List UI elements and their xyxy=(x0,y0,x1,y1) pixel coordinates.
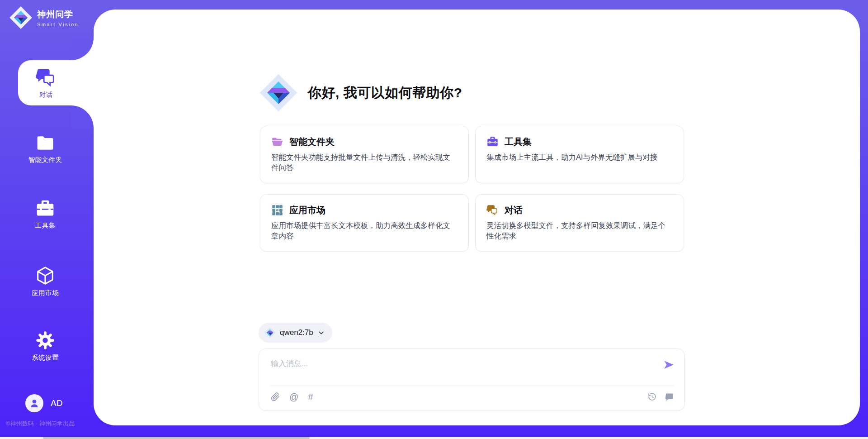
card-toolset[interactable]: 工具集 集成市场上主流工具，助力AI与外界无缝扩展与对接 xyxy=(475,126,684,183)
user-initials: AD xyxy=(51,398,62,408)
user-account[interactable]: AD xyxy=(25,394,62,412)
app-root: { "brand": { "name": "神州问学", "subtitle":… xyxy=(0,0,868,439)
copyright-text: ©神州数码 · 神州问学出品 xyxy=(6,420,75,428)
send-icon xyxy=(663,359,675,371)
card-app-market[interactable]: 应用市场 应用市场提供丰富长文本模板，助力高效生成多样化文章内容 xyxy=(260,194,469,252)
card-description: 智能文件夹功能支持批量文件上传与清洗，轻松实现文件问答 xyxy=(271,152,458,173)
main-panel: 你好, 我可以如何帮助你? 智能文件夹 智能文件夹功能支持批量文件上传与清洗，轻… xyxy=(94,10,860,425)
brand-diamond-icon xyxy=(9,6,33,29)
paperclip-icon xyxy=(271,392,280,402)
sidebar-item-label: 系统设置 xyxy=(32,353,59,362)
sidebar-item-toolset[interactable]: 工具集 xyxy=(0,199,90,230)
send-button[interactable] xyxy=(662,358,675,372)
card-title: 工具集 xyxy=(505,136,532,148)
model-selector[interactable]: qwen2:7b xyxy=(259,323,332,343)
attach-file-button[interactable] xyxy=(271,392,280,402)
toolbox-icon xyxy=(35,199,56,219)
card-title: 应用市场 xyxy=(289,204,326,216)
attachment-toolbar: @ # xyxy=(271,392,313,402)
sidebar-item-settings[interactable]: 系统设置 xyxy=(0,330,90,362)
avatar xyxy=(25,394,43,412)
folder-icon xyxy=(35,133,56,153)
cube-icon xyxy=(35,265,56,286)
card-smart-folder[interactable]: 智能文件夹 智能文件夹功能支持批量文件上传与清洗，轻松实现文件问答 xyxy=(260,126,469,183)
chat-bubbles-icon xyxy=(36,67,57,88)
sidebar-item-chat[interactable]: 对话 xyxy=(18,60,94,105)
brand-diamond-icon xyxy=(259,73,298,112)
briefcase-icon xyxy=(486,136,499,148)
history-icon xyxy=(647,392,657,401)
model-diamond-icon xyxy=(264,327,276,339)
sidebar-item-label: 对话 xyxy=(39,91,53,99)
sidebar-item-label: 工具集 xyxy=(35,221,56,230)
brand-subtitle: Smart Vision xyxy=(37,22,79,27)
model-name: qwen2:7b xyxy=(280,328,313,337)
topic-button[interactable]: # xyxy=(308,392,313,402)
tab-curve-bottom xyxy=(71,105,94,128)
horizontal-scrollbar xyxy=(0,437,868,439)
gear-icon xyxy=(35,330,56,351)
chevron-down-icon xyxy=(317,329,325,337)
greeting-title: 你好, 我可以如何帮助你? xyxy=(308,84,462,102)
card-description: 应用市场提供丰富长文本模板，助力高效生成多样化文章内容 xyxy=(271,220,458,242)
chat-bubbles-icon xyxy=(486,204,499,216)
sidebar-item-label: 应用市场 xyxy=(32,289,59,297)
card-title: 智能文件夹 xyxy=(289,136,335,148)
sidebar-item-smart-folder[interactable]: 智能文件夹 xyxy=(0,133,90,164)
history-button[interactable] xyxy=(647,392,657,401)
card-description: 灵活切换多模型文件，支持多样回复效果调试，满足个性化需求 xyxy=(486,220,673,242)
person-icon xyxy=(28,397,40,409)
card-description: 集成市场上主流工具，助力AI与外界无缝扩展与对接 xyxy=(486,152,673,162)
mention-button[interactable]: @ xyxy=(289,392,298,402)
feature-cards: 智能文件夹 智能文件夹功能支持批量文件上传与清洗，轻松实现文件问答 工具集 集成… xyxy=(260,126,685,252)
sidebar-item-label: 智能文件夹 xyxy=(28,156,62,164)
scrollbar-thumb[interactable] xyxy=(43,437,310,439)
chat-bubble-icon xyxy=(665,392,674,401)
card-chat[interactable]: 对话 灵活切换多模型文件，支持多样回复效果调试，满足个性化需求 xyxy=(475,194,684,252)
sidebar-item-app-market[interactable]: 应用市场 xyxy=(0,265,90,297)
brand-name: 神州问学 xyxy=(37,9,79,20)
new-chat-button[interactable] xyxy=(665,392,674,401)
composer-divider xyxy=(270,386,674,386)
folder-open-icon xyxy=(271,136,283,148)
app-grid-icon xyxy=(271,204,283,216)
brand-logo: 神州问学 Smart Vision xyxy=(9,6,79,29)
tab-curve-top xyxy=(71,38,94,60)
message-input[interactable] xyxy=(271,357,642,371)
greeting-block: 你好, 我可以如何帮助你? xyxy=(259,73,462,113)
message-composer: @ # xyxy=(259,348,685,411)
card-title: 对话 xyxy=(505,204,523,216)
composer-right-toolbar xyxy=(647,392,674,401)
